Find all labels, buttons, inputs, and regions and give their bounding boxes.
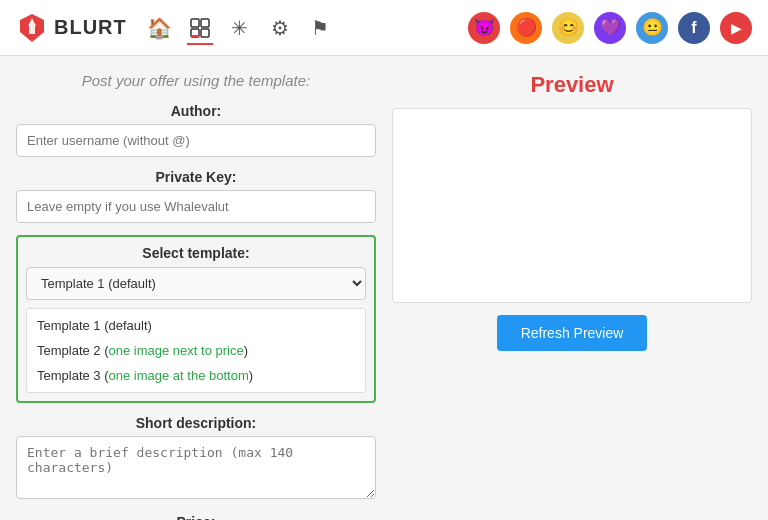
template-container: Select template: Template 1 (default) Te… — [16, 235, 376, 403]
nav-settings-icon[interactable]: ⚙ — [267, 15, 293, 41]
page-title: Post your offer using the template: — [16, 72, 376, 89]
private-key-label: Private Key: — [16, 169, 376, 185]
highlight-3: one image at the bottom — [109, 368, 249, 383]
nav-flag-icon[interactable]: ⚑ — [307, 15, 333, 41]
short-desc-group: Short description: — [16, 415, 376, 502]
header-right: 😈 🔴 😊 💜 😐 f ▶ — [468, 12, 752, 44]
svg-rect-2 — [29, 26, 35, 34]
main-content: Post your offer using the template: Auth… — [0, 56, 768, 520]
avatar-purple[interactable]: 💜 — [594, 12, 626, 44]
nav-grid-icon[interactable] — [187, 15, 213, 41]
nav-asterisk-icon[interactable]: ✳ — [227, 15, 253, 41]
left-panel: Post your offer using the template: Auth… — [16, 72, 376, 520]
highlight-2: one image next to price — [109, 343, 244, 358]
template-label: Select template: — [26, 245, 366, 261]
short-desc-input[interactable] — [16, 436, 376, 499]
logo[interactable]: BLURT — [16, 12, 127, 44]
svg-rect-3 — [191, 19, 199, 27]
logo-text: BLURT — [54, 16, 127, 39]
right-panel: Preview Refresh Preview — [392, 72, 752, 520]
template-option-three[interactable]: Template 3 (one image at the bottom) — [27, 363, 365, 388]
nav-home-icon[interactable]: 🏠 — [147, 15, 173, 41]
private-key-group: Private Key: — [16, 169, 376, 223]
svg-rect-6 — [201, 29, 209, 37]
short-desc-label: Short description: — [16, 415, 376, 431]
template-option-default[interactable]: Template 1 (default) — [27, 313, 365, 338]
author-label: Author: — [16, 103, 376, 119]
price-label: Price: — [16, 514, 376, 520]
avatar-red[interactable]: 😈 — [468, 12, 500, 44]
avatar-yellow[interactable]: 😊 — [552, 12, 584, 44]
app-header: BLURT 🏠 ✳ ⚙ ⚑ 😈 🔴 😊 💜 😐 f ▶ — [0, 0, 768, 56]
private-key-input[interactable] — [16, 190, 376, 223]
author-input[interactable] — [16, 124, 376, 157]
template-select[interactable]: Template 1 (default) Template 2 (one ima… — [26, 267, 366, 300]
template-option-two[interactable]: Template 2 (one image next to price) — [27, 338, 365, 363]
logo-icon — [16, 12, 48, 44]
avatar-blue[interactable]: 😐 — [636, 12, 668, 44]
avatar-youtube[interactable]: ▶ — [720, 12, 752, 44]
preview-box — [392, 108, 752, 303]
avatar-facebook[interactable]: f — [678, 12, 710, 44]
main-nav: 🏠 ✳ ⚙ ⚑ — [147, 15, 333, 41]
author-group: Author: — [16, 103, 376, 157]
template-options-dropdown: Template 1 (default) Template 2 (one ima… — [26, 308, 366, 393]
refresh-preview-button[interactable]: Refresh Preview — [497, 315, 648, 351]
avatar-orange[interactable]: 🔴 — [510, 12, 542, 44]
preview-title: Preview — [392, 72, 752, 98]
svg-rect-4 — [201, 19, 209, 27]
price-group: Price: — [16, 514, 376, 520]
